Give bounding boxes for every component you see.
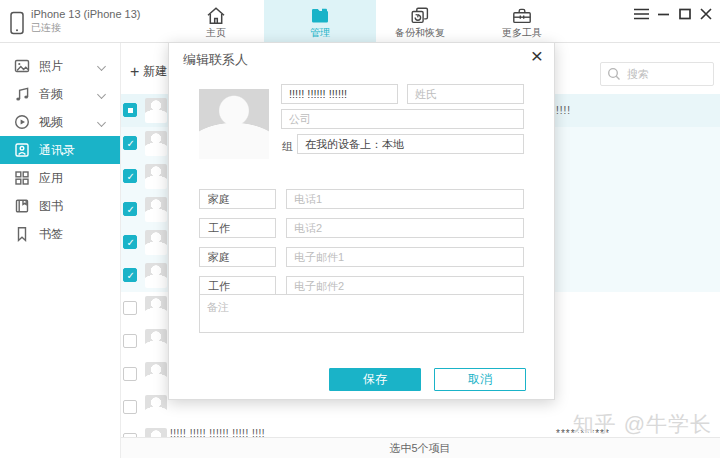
contacts-icon [14,142,30,158]
video-icon [14,114,30,130]
maximize-icon[interactable] [679,6,691,24]
row-checkbox[interactable] [123,169,137,183]
sidebar-item-label: 图书 [39,198,63,215]
search-icon [607,67,621,81]
contact-avatar-icon [145,197,167,222]
sidebar-item-label: 视频 [39,114,63,131]
sidebar-item-apps[interactable]: 应用 [0,164,120,192]
row-checkbox[interactable] [123,268,137,282]
row-checkbox[interactable] [123,103,137,117]
contact-avatar-icon [145,164,167,189]
nav-home[interactable]: 主页 [190,0,242,42]
phone2-type-select[interactable]: 工作 [199,218,276,238]
phone1-input[interactable] [286,189,524,209]
nav-manage[interactable]: 管理 [264,0,376,42]
search-box[interactable] [600,62,714,86]
sidebar-item-books[interactable]: 图书 [0,192,120,220]
email2-type-select[interactable]: 工作 [199,276,276,296]
plus-icon: + [130,66,139,78]
nav-more-tools-label: 更多工具 [484,26,560,40]
phone1-type-select[interactable]: 家庭 [199,189,276,209]
bookmark-icon [14,226,30,242]
last-name-input[interactable] [407,84,524,104]
nav-backup-restore-label: 备份和恢复 [382,26,458,40]
device-name: iPhone 13 (iPhone 13) [31,9,140,20]
contact-photo-placeholder[interactable] [199,89,269,159]
edit-contact-dialog: 编辑联系人 × 组 家庭 工作 家庭 工作 保存 取消 [168,42,555,400]
row-checkbox[interactable] [123,202,137,216]
contact-avatar-icon [145,98,167,123]
minimize-icon[interactable] [658,6,670,24]
phone2-input[interactable] [286,218,524,238]
device-status: 已连接 [31,23,140,33]
chevron-down-icon[interactable] [97,90,106,99]
sidebar-item-bookmarks[interactable]: 书签 [0,220,120,248]
company-input[interactable] [281,109,524,129]
sidebar-item-audio[interactable]: 音频 [0,80,120,108]
sidebar-item-label: 照片 [39,58,63,75]
apps-icon [14,170,30,186]
window-controls [634,6,712,24]
search-input[interactable] [625,67,713,81]
home-icon [190,5,242,26]
contact-avatar-icon [145,230,167,255]
close-window-icon[interactable] [700,6,712,24]
dialog-title: 编辑联系人 [183,51,248,69]
photos-icon [14,58,30,74]
nav-backup-restore[interactable]: 备份和恢复 [382,0,458,42]
folder-icon [264,5,376,26]
group-label: 组 [282,139,293,154]
sidebar: 照片 音频 视频 通讯录 应用 图书 书签 [0,42,121,458]
cancel-button[interactable]: 取消 [434,368,526,391]
notes-textarea[interactable] [199,294,524,333]
first-name-input[interactable] [281,84,398,104]
contact-avatar-icon [145,296,167,321]
row-checkbox[interactable] [123,400,137,414]
phone-icon [10,11,24,39]
nav-manage-label: 管理 [264,26,376,40]
menu-icon[interactable] [634,6,649,24]
sidebar-item-label: 通讯录 [39,142,75,159]
sidebar-item-label: 音频 [39,86,63,103]
contact-phone: !!!! [556,105,571,116]
new-contact-button[interactable]: + 新建 [130,63,167,80]
sidebar-item-label: 书签 [39,226,63,243]
selection-status: 选中5个项目 [389,442,450,454]
email2-input[interactable] [286,276,524,296]
statusbar: 选中5个项目 [120,437,720,458]
toolbox-icon [484,5,560,26]
close-icon[interactable]: × [531,45,543,66]
contact-avatar-icon [145,362,167,387]
contact-avatar-icon [145,395,167,420]
sidebar-item-contacts[interactable]: 通讯录 [0,136,120,164]
chevron-down-icon[interactable] [97,62,106,71]
backup-restore-icon [382,5,458,26]
contact-avatar-icon [145,131,167,156]
email1-input[interactable] [286,247,524,267]
email1-type-select[interactable]: 家庭 [199,247,276,267]
nav-home-label: 主页 [190,26,242,40]
device-info: iPhone 13 (iPhone 13) 已连接 [10,9,140,39]
save-button[interactable]: 保存 [329,368,421,391]
sidebar-item-video[interactable]: 视频 [0,108,120,136]
book-icon [14,198,30,214]
sidebar-item-photos[interactable]: 照片 [0,52,120,80]
row-checkbox[interactable] [123,334,137,348]
nav-more-tools[interactable]: 更多工具 [484,0,560,42]
row-checkbox[interactable] [123,301,137,315]
sidebar-item-label: 应用 [39,170,63,187]
contact-avatar-icon [145,329,167,354]
row-checkbox[interactable] [123,367,137,381]
group-input[interactable] [297,134,524,154]
chevron-down-icon[interactable] [97,118,106,127]
titlebar: iPhone 13 (iPhone 13) 已连接 主页 管理 备份和恢复 更多… [0,0,720,43]
contact-avatar-icon [145,263,167,288]
row-checkbox[interactable] [123,136,137,150]
row-checkbox[interactable] [123,235,137,249]
audio-icon [14,86,30,102]
new-contact-label: 新建 [143,63,167,80]
watermark: 知乎 @牛学长 [573,410,712,438]
